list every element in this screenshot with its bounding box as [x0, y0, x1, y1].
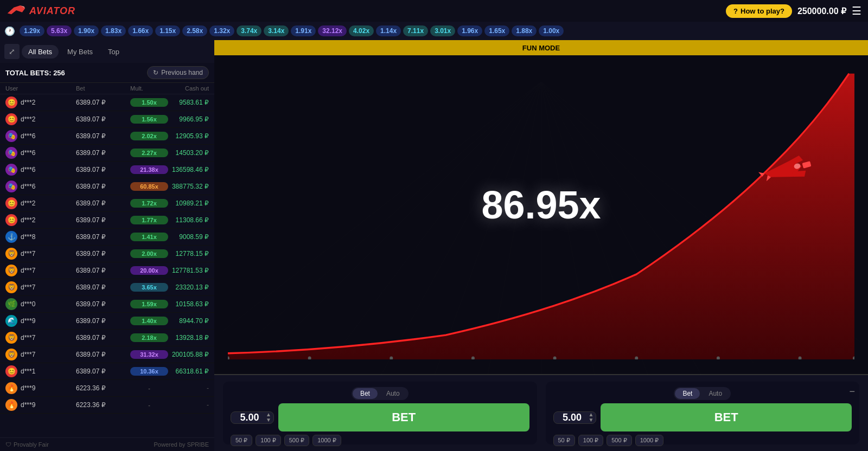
bet-amount: 6389.07 ₽	[76, 351, 130, 358]
bet-panel-1-quick-1000[interactable]: 1000 ₽	[312, 435, 341, 446]
username: d***2	[21, 115, 35, 123]
bet-panel-1-bet-button[interactable]: BET	[278, 403, 529, 431]
username: d***2	[21, 99, 35, 106]
tab-all-bets[interactable]: All Bets	[22, 45, 59, 59]
mult-badge-10[interactable]: 1.91x	[291, 25, 316, 36]
provably-fair: 🛡 Provably Fair	[5, 441, 49, 448]
powered-by: Powered by SPRIBE	[154, 441, 209, 448]
mult-badge-16[interactable]: 1.96x	[457, 25, 482, 36]
mult-badge-19[interactable]: 1.00x	[539, 25, 564, 36]
username: d***6	[21, 132, 35, 140]
bet-panel-2-quick-50[interactable]: 50 ₽	[553, 435, 575, 446]
bet-panel-2-quick-bets: 50 ₽ 100 ₽ 500 ₽ 1000 ₽	[553, 435, 852, 446]
table-row: 🦁 d***7 6389.07 ₽ 3.65x 23320.13 ₽	[0, 279, 214, 296]
bet-panel-1-quick-50[interactable]: 50 ₽	[231, 435, 252, 446]
refresh-icon: ↻	[153, 69, 158, 76]
bet-panel-1-tab-bet[interactable]: Bet	[353, 388, 378, 399]
bet-panel-2-collapse-button[interactable]: −	[849, 386, 855, 397]
tab-my-bets[interactable]: My Bets	[61, 45, 99, 59]
previous-hand-button[interactable]: ↻ Previous hand	[147, 66, 209, 79]
table-row: 🎭 d***6 6389.07 ₽ 60.85x 388775.32 ₽	[0, 178, 214, 195]
mult-badge-14[interactable]: 7.11x	[403, 25, 428, 36]
avatar: 🌊	[5, 315, 17, 327]
bet-amount: 6389.07 ₽	[76, 250, 130, 257]
table-row: 🦁 d***7 6389.07 ₽ 2.18x 13928.18 ₽	[0, 330, 214, 346]
username: d***7	[21, 284, 35, 291]
user-cell: ⚓ d***8	[5, 231, 76, 243]
bet-amount: 6223.36 ₽	[76, 401, 130, 409]
mult-pill: 2.00x	[130, 249, 168, 258]
table-row: 🦁 d***7 6389.07 ₽ 31.32x 200105.88 ₽	[0, 346, 214, 363]
mult-badge-1[interactable]: 5.63x	[47, 25, 72, 36]
mult-badge-12[interactable]: 4.02x	[349, 25, 374, 36]
bet-amount: 6389.07 ₽	[76, 368, 130, 375]
tab-top[interactable]: Top	[101, 45, 126, 59]
mult-pill: 1.59x	[130, 300, 168, 308]
cash-out: 12778.15 ₽	[168, 250, 209, 257]
cash-out: 9583.61 ₽	[168, 99, 209, 106]
bet-panel-2-bet-button[interactable]: BET	[601, 403, 852, 431]
username: d***7	[21, 334, 35, 342]
bet-panel-2-tab-auto[interactable]: Auto	[701, 388, 730, 399]
bet-panel-1-step-down[interactable]: ▼	[266, 417, 271, 423]
mult-pill: 2.02x	[130, 132, 168, 140]
mult-badge-15[interactable]: 3.01x	[430, 25, 455, 36]
mult-badge-3[interactable]: 1.83x	[101, 25, 126, 36]
menu-icon[interactable]: ☰	[852, 4, 861, 17]
cash-out: 66318.61 ₽	[168, 368, 209, 375]
user-cell: 🦁 d***7	[5, 248, 76, 260]
bet-panel-2-quick-500[interactable]: 500 ₽	[607, 435, 631, 446]
bet-panel-1-tab-auto[interactable]: Auto	[379, 388, 407, 399]
cash-out: 10158.63 ₽	[168, 300, 209, 308]
username: d***1	[21, 368, 35, 375]
user-cell: 😊 d***2	[5, 113, 76, 125]
balance-display: 250000.00 ₽	[797, 6, 846, 16]
cash-out: 200105.88 ₽	[168, 351, 209, 358]
bet-panel-2-amount-input[interactable]: 5.00	[556, 412, 589, 423]
table-row: 😊 d***2 6389.07 ₽ 1.50x 9583.61 ₽	[0, 94, 214, 111]
bet-panel-2-step-down[interactable]: ▼	[589, 417, 594, 423]
username: d***9	[21, 401, 35, 409]
username: d***8	[21, 233, 35, 241]
history-icon[interactable]: 🕐	[4, 26, 15, 36]
bet-amount: 6389.07 ₽	[76, 199, 130, 207]
bet-panel-2-input-wrap: 5.00 ▲ ▼	[553, 411, 597, 424]
user-cell: 🔥 d***9	[5, 399, 76, 411]
mult-pill: 1.72x	[130, 199, 168, 208]
mult-badge-17[interactable]: 1.65x	[484, 25, 509, 36]
mult-badge-2[interactable]: 1.90x	[74, 25, 99, 36]
cash-out: 136598.46 ₽	[168, 166, 209, 173]
mult-badge-6[interactable]: 2.58x	[182, 25, 207, 36]
bet-amount: 6389.07 ₽	[76, 300, 130, 308]
mult-pill: -	[130, 401, 168, 409]
mult-badge-18[interactable]: 1.88x	[512, 25, 537, 36]
mult-badge-9[interactable]: 3.14x	[264, 25, 289, 36]
bet-panel-1-quick-500[interactable]: 500 ₽	[284, 435, 309, 446]
mult-badge-8[interactable]: 3.74x	[237, 25, 261, 36]
avatar: 🌿	[5, 298, 17, 310]
bet-panel-2-stepper: ▲ ▼	[589, 412, 594, 423]
how-to-play-button[interactable]: ? How to play?	[726, 4, 792, 18]
mult-badge-5[interactable]: 1.15x	[155, 25, 180, 36]
bet-panel-2-quick-1000[interactable]: 1000 ₽	[635, 435, 664, 446]
mult-badge-11[interactable]: 32.12x	[318, 25, 347, 36]
table-row: 😊 d***2 6389.07 ₽ 1.56x 9966.95 ₽	[0, 111, 214, 128]
bet-panel-2-quick-100[interactable]: 100 ₽	[578, 435, 603, 446]
avatar: ⚓	[5, 231, 17, 243]
table-row: 🎭 d***6 6389.07 ₽ 21.38x 136598.46 ₽	[0, 162, 214, 178]
mult-badge-13[interactable]: 1.14x	[376, 25, 401, 36]
bet-panel-1-amount-input[interactable]: 5.00	[233, 412, 266, 423]
mult-badge-0[interactable]: 1.29x	[20, 25, 44, 36]
mult-badge-4[interactable]: 1.66x	[128, 25, 153, 36]
cash-out: 9966.95 ₽	[168, 115, 209, 123]
bet-panel-2-tab-bet[interactable]: Bet	[675, 388, 700, 399]
mult-badge-7[interactable]: 1.32x	[209, 25, 234, 36]
multiplier-bar-items: 1.29x5.63x1.90x1.83x1.66x1.15x2.58x1.32x…	[20, 25, 564, 36]
cash-out: 23320.13 ₽	[168, 284, 209, 291]
left-panel: ⤢ All Bets My Bets Top TOTAL BETS: 256 ↻…	[0, 40, 214, 451]
bet-panel-1-quick-100[interactable]: 100 ₽	[256, 435, 280, 446]
expand-button[interactable]: ⤢	[4, 44, 20, 59]
bet-panel-2-tabs: Bet Auto	[674, 387, 731, 400]
user-cell: 🔥 d***9	[5, 382, 76, 394]
bet-amount: 6389.07 ₽	[76, 216, 130, 224]
